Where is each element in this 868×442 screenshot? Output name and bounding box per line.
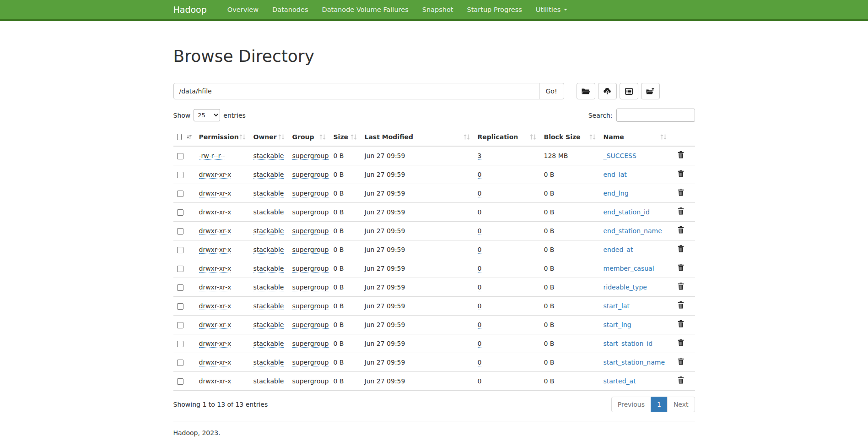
group-value[interactable]: supergroup <box>292 227 329 235</box>
column-header-last_modified[interactable]: Last Modified <box>361 129 474 146</box>
group-value[interactable]: supergroup <box>292 302 329 310</box>
permission-value[interactable]: drwxr-xr-x <box>199 208 232 216</box>
delete-button[interactable] <box>678 189 684 196</box>
file-name-link[interactable]: start_lat <box>604 302 630 310</box>
file-name-link[interactable]: start_lng <box>604 321 631 328</box>
replication-value[interactable]: 0 <box>478 340 482 348</box>
column-header-name[interactable]: Name <box>600 129 671 146</box>
file-name-link[interactable]: end_lat <box>604 171 627 178</box>
replication-value[interactable]: 0 <box>478 359 482 366</box>
permission-value[interactable]: -rw-r--r-- <box>199 152 225 160</box>
file-name-link[interactable]: started_at <box>604 377 636 385</box>
navbar-item-startup-progress[interactable]: Startup Progress <box>460 0 528 19</box>
permission-value[interactable]: drwxr-xr-x <box>199 227 232 235</box>
current-page-button[interactable]: 1 <box>651 397 668 412</box>
permission-value[interactable]: drwxr-xr-x <box>199 302 232 310</box>
replication-value[interactable]: 0 <box>478 208 482 216</box>
replication-value[interactable]: 0 <box>478 265 482 273</box>
upload-file-button[interactable] <box>598 83 617 99</box>
owner-value[interactable]: stackable <box>253 246 284 254</box>
owner-value[interactable]: stackable <box>253 321 284 329</box>
row-checkbox[interactable] <box>177 266 183 272</box>
group-value[interactable]: supergroup <box>292 340 329 348</box>
column-header-size[interactable]: Size <box>330 129 361 146</box>
cut-selection-button[interactable] <box>620 83 638 99</box>
row-checkbox[interactable] <box>177 247 183 253</box>
select-all-checkbox[interactable] <box>177 134 182 140</box>
row-checkbox[interactable] <box>177 322 183 328</box>
delete-button[interactable] <box>678 320 684 327</box>
file-name-link[interactable]: member_casual <box>604 265 654 272</box>
file-name-link[interactable]: end_station_name <box>604 227 662 235</box>
row-checkbox[interactable] <box>177 191 183 197</box>
replication-value[interactable]: 0 <box>478 171 482 179</box>
file-name-link[interactable]: end_station_id <box>604 208 650 216</box>
navbar-item-snapshot[interactable]: Snapshot <box>415 0 460 19</box>
delete-button[interactable] <box>678 151 684 158</box>
owner-value[interactable]: stackable <box>253 340 284 348</box>
replication-value[interactable]: 0 <box>478 321 482 329</box>
file-name-link[interactable]: _SUCCESS <box>604 152 636 159</box>
permission-value[interactable]: drwxr-xr-x <box>199 284 232 291</box>
delete-button[interactable] <box>678 207 684 215</box>
owner-value[interactable]: stackable <box>253 284 284 291</box>
delete-button[interactable] <box>678 283 684 290</box>
file-name-link[interactable]: start_station_id <box>604 340 653 347</box>
delete-button[interactable] <box>678 170 684 177</box>
row-checkbox[interactable] <box>177 209 183 216</box>
row-checkbox[interactable] <box>177 360 183 366</box>
owner-value[interactable]: stackable <box>253 227 284 235</box>
column-header-block_size[interactable]: Block Size <box>540 129 600 146</box>
delete-button[interactable] <box>678 377 684 384</box>
paste-move-button[interactable] <box>641 83 660 99</box>
navbar-item-utilities[interactable]: Utilities <box>529 0 575 19</box>
navbar-brand[interactable]: Hadoop <box>173 5 207 15</box>
replication-value[interactable]: 0 <box>478 246 482 254</box>
delete-button[interactable] <box>678 245 684 252</box>
permission-value[interactable]: drwxr-xr-x <box>199 377 232 385</box>
group-value[interactable]: supergroup <box>292 284 329 291</box>
permission-value[interactable]: drwxr-xr-x <box>199 246 232 254</box>
permission-value[interactable]: drwxr-xr-x <box>199 171 232 179</box>
group-value[interactable]: supergroup <box>292 377 329 385</box>
file-name-link[interactable]: rideable_type <box>604 284 647 291</box>
owner-value[interactable]: stackable <box>253 302 284 310</box>
owner-value[interactable]: stackable <box>253 152 284 160</box>
permission-value[interactable]: drwxr-xr-x <box>199 265 232 273</box>
row-checkbox[interactable] <box>177 303 183 310</box>
delete-button[interactable] <box>678 358 684 365</box>
row-checkbox[interactable] <box>177 378 183 385</box>
search-input[interactable] <box>616 109 695 122</box>
navbar-item-overview[interactable]: Overview <box>221 0 265 19</box>
file-name-link[interactable]: start_station_name <box>604 359 665 366</box>
group-value[interactable]: supergroup <box>292 190 329 197</box>
file-name-link[interactable]: ended_at <box>604 246 633 253</box>
delete-button[interactable] <box>678 301 684 309</box>
previous-page-button[interactable]: Previous <box>611 397 651 412</box>
owner-value[interactable]: stackable <box>253 190 284 197</box>
group-value[interactable]: supergroup <box>292 321 329 329</box>
delete-button[interactable] <box>678 226 684 234</box>
group-value[interactable]: supergroup <box>292 208 329 216</box>
replication-value[interactable]: 0 <box>478 377 482 385</box>
navbar-item-datanode-volume-failures[interactable]: Datanode Volume Failures <box>315 0 415 19</box>
delete-button[interactable] <box>678 264 684 271</box>
group-value[interactable]: supergroup <box>292 152 329 160</box>
column-header-replication[interactable]: Replication <box>474 129 540 146</box>
permission-value[interactable]: drwxr-xr-x <box>199 340 232 348</box>
replication-value[interactable]: 0 <box>478 302 482 310</box>
replication-value[interactable]: 0 <box>478 190 482 197</box>
next-page-button[interactable]: Next <box>667 397 695 412</box>
permission-value[interactable]: drwxr-xr-x <box>199 321 232 329</box>
row-checkbox[interactable] <box>177 153 183 159</box>
row-checkbox[interactable] <box>177 341 183 347</box>
owner-value[interactable]: stackable <box>253 359 284 366</box>
row-checkbox[interactable] <box>177 228 183 235</box>
row-checkbox[interactable] <box>177 172 183 178</box>
column-header-group[interactable]: Group <box>289 129 330 146</box>
group-value[interactable]: supergroup <box>292 265 329 273</box>
replication-value[interactable]: 0 <box>478 284 482 291</box>
owner-value[interactable]: stackable <box>253 265 284 273</box>
group-value[interactable]: supergroup <box>292 171 329 179</box>
owner-value[interactable]: stackable <box>253 171 284 179</box>
